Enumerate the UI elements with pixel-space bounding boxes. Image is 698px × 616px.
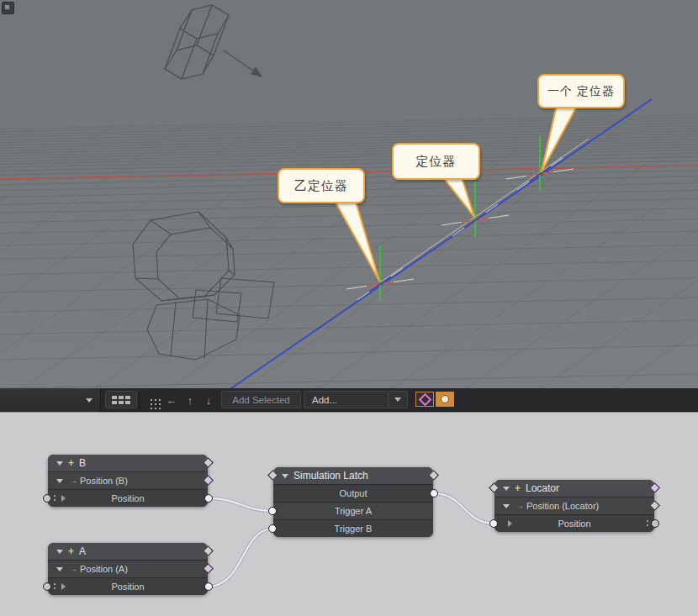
channel-group-icon: → [69, 561, 77, 577]
channel-group-icon: → [69, 472, 77, 489]
callout-locator-b: 乙定位器 [278, 168, 365, 203]
node-b-header[interactable]: + B [48, 455, 208, 471]
arrow-left-icon: ← [167, 394, 177, 407]
callout-text: 一个 定位器 [547, 84, 615, 99]
grid-dots-icon [151, 399, 152, 401]
channel-row-position[interactable]: Position [48, 489, 208, 507]
wireframe-camera-mesh[interactable] [133, 212, 274, 360]
channel-row-trigger-a[interactable]: Trigger A [273, 502, 433, 519]
callout-locator-a: 一个 定位器 [537, 74, 625, 108]
node-b[interactable]: + B → Position (B) Position [48, 455, 208, 507]
node-locator-header[interactable]: + Locator [494, 480, 654, 497]
output-connector-dot[interactable] [430, 489, 438, 498]
add-selected-button[interactable]: Add Selected [221, 391, 301, 408]
3d-viewport[interactable]: 乙定位器 定位器 一个 定位器 [0, 0, 698, 388]
add-button[interactable]: Add... [304, 391, 389, 408]
input-connector-dot[interactable] [489, 519, 498, 528]
show-relationship-links-toggle[interactable] [415, 392, 434, 407]
add-selected-label: Add Selected [232, 395, 289, 405]
node-locator[interactable]: + Locator → Position (Locator) Position [494, 480, 654, 532]
add-label: Add... [312, 395, 337, 405]
arrow-up-icon: ↑ [188, 394, 193, 407]
channel-group-icon: → [516, 498, 524, 514]
node-title: A [79, 543, 86, 560]
channel-row-position[interactable]: Position [48, 577, 208, 595]
collapse-triangle-icon[interactable] [503, 487, 510, 491]
grid-snap-button[interactable] [143, 392, 160, 408]
collapse-triangle-icon[interactable] [56, 550, 63, 554]
locator-item-icon: + [515, 480, 521, 497]
callout-text: 定位器 [416, 154, 457, 170]
channel-row-trigger-b[interactable]: Trigger B [273, 519, 433, 537]
input-connector-dot[interactable] [268, 524, 277, 533]
channel-mini-dots-icon [647, 520, 648, 522]
locator-b-item[interactable] [346, 245, 414, 301]
channel-group-label: Position (B) [80, 472, 128, 489]
collapse-triangle-icon[interactable] [282, 474, 288, 478]
channel-label: Position [48, 578, 208, 595]
channel-label: Output [273, 485, 433, 502]
nav-down-button[interactable]: ↓ [200, 392, 217, 408]
collapse-triangle-icon[interactable] [503, 504, 510, 508]
locator-item-icon: + [68, 455, 74, 471]
circle-icon [441, 395, 449, 403]
channel-row-output[interactable]: Output [273, 484, 433, 502]
channel-group-label: Position (A) [80, 561, 128, 577]
collapse-triangle-icon[interactable] [56, 479, 63, 483]
callout-text: 乙定位器 [294, 178, 348, 194]
arrow-down-icon: ↓ [206, 394, 212, 407]
wire-output-to-locator-position[interactable] [433, 493, 494, 524]
callout-locator: 定位器 [392, 143, 480, 180]
output-connector-dot[interactable] [204, 582, 213, 591]
node-simulation-latch[interactable]: Simulation Latch Output Trigger A Trigge… [273, 467, 433, 537]
channel-label: Trigger B [273, 520, 433, 537]
nav-up-button[interactable]: ↑ [182, 392, 198, 408]
input-connector-dot[interactable] [268, 507, 277, 515]
chevron-down-icon [86, 398, 93, 403]
input-connector-dot[interactable] [43, 582, 51, 591]
schematic-view[interactable]: + B → Position (B) Position Si [0, 412, 698, 616]
locator-item-icon: + [68, 543, 74, 560]
channel-row-position[interactable]: Position [494, 514, 654, 532]
viewport-corner-widget[interactable] [2, 2, 14, 14]
channel-group-row[interactable]: → Position (A) [48, 560, 208, 577]
schematic-toolbar: ← ↑ ↓ Add Selected Add... [0, 388, 698, 412]
channel-group-row[interactable]: → Position (Locator) [494, 497, 654, 514]
output-connector-dot[interactable] [204, 494, 213, 503]
node-a[interactable]: + A → Position (A) Position [48, 543, 208, 595]
channel-label: Position [494, 515, 654, 532]
chevron-down-icon [394, 398, 401, 402]
node-a-header[interactable]: + A [48, 543, 208, 560]
show-channel-links-toggle[interactable] [436, 392, 454, 407]
channel-label: Trigger A [273, 503, 433, 519]
columns-icon [112, 396, 130, 404]
locator-item[interactable] [442, 182, 509, 237]
workspace-dropdown[interactable] [0, 388, 101, 412]
add-dropdown-button[interactable] [388, 391, 408, 408]
channel-group-label: Position (Locator) [526, 498, 599, 514]
view-columns-button[interactable] [105, 391, 137, 408]
collapse-triangle-icon[interactable] [56, 567, 63, 571]
node-title: Simulation Latch [293, 467, 368, 484]
node-title: Locator [526, 480, 559, 497]
toolbar-separator [139, 392, 140, 408]
connector-filter-group [415, 392, 454, 407]
channel-label: Position [48, 490, 208, 507]
node-latch-header[interactable]: Simulation Latch [273, 467, 433, 484]
input-connector-dot[interactable] [43, 494, 51, 503]
node-title: B [79, 455, 86, 471]
output-connector-dot[interactable] [651, 519, 659, 528]
modo-window: 乙定位器 定位器 一个 定位器 ← ↑ ↓ Add [0, 0, 698, 616]
channel-group-row[interactable]: → Position (B) [48, 471, 208, 489]
nav-back-button[interactable]: ← [163, 392, 180, 408]
diamond-icon [418, 392, 431, 406]
collapse-triangle-icon[interactable] [56, 461, 63, 466]
